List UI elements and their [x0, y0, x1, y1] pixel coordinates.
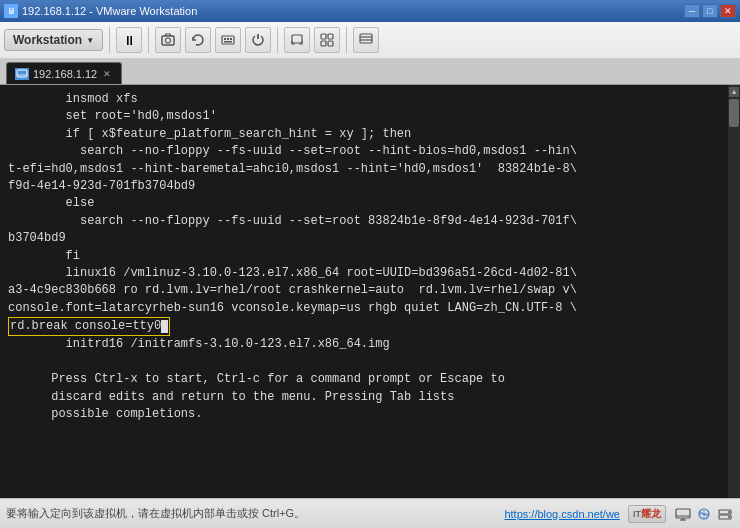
toolbar-separator-1	[109, 27, 110, 53]
status-bar: 要将输入定向到该虚拟机，请在虚拟机内部单击或按 Ctrl+G。 https://…	[0, 498, 740, 528]
power-button[interactable]	[245, 27, 271, 53]
terminal-content: insmod xfs set root='hd0,msdos1' if [ x$…	[8, 91, 732, 522]
terminal-window[interactable]: insmod xfs set root='hd0,msdos1' if [ x$…	[0, 85, 740, 528]
terminal-line-13: console.font=latarcyrheb-sun16 vconsole.…	[8, 300, 720, 317]
svg-rect-15	[17, 70, 27, 77]
terminal-line-17: possible completions.	[8, 406, 720, 423]
toolbar-separator-2	[148, 27, 149, 53]
storage-icon	[716, 505, 734, 523]
svg-rect-7	[292, 35, 302, 43]
restore-button[interactable]: □	[702, 4, 718, 18]
terminal-line-blank	[8, 354, 720, 371]
terminal-line-4: search --no-floppy --fs-uuid --set=root …	[8, 143, 720, 160]
terminal-line-6: f9d-4e14-923d-701fb3704bd9	[8, 178, 720, 195]
title-bar-left: 🖥 192.168.1.12 - VMware Workstation	[4, 4, 197, 18]
scrollbar-thumb[interactable]	[729, 99, 739, 127]
terminal-cursor-line: rd.break console=tty0	[8, 317, 720, 336]
tab-close-button[interactable]: ✕	[101, 68, 113, 80]
send-keys-button[interactable]	[215, 27, 241, 53]
scroll-up-button[interactable]: ▲	[729, 87, 739, 97]
tab-bar: 192.168.1.12 ✕	[0, 59, 740, 85]
close-button[interactable]: ✕	[720, 4, 736, 18]
window-controls: ─ □ ✕	[684, 4, 736, 18]
title-bar: 🖥 192.168.1.12 - VMware Workstation ─ □ …	[0, 0, 740, 22]
workstation-label: Workstation	[13, 33, 82, 47]
svg-point-1	[166, 38, 171, 43]
terminal-line-7: else	[8, 195, 720, 212]
status-text: 要将输入定向到该虚拟机，请在虚拟机内部单击或按 Ctrl+G。	[6, 506, 504, 521]
terminal-line-1: insmod xfs	[8, 91, 720, 108]
toolbar-separator-4	[346, 27, 347, 53]
status-right: https://blog.csdn.net/we IT耀龙	[504, 505, 734, 523]
revert-button[interactable]	[185, 27, 211, 53]
terminal-line-2: set root='hd0,msdos1'	[8, 108, 720, 125]
terminal-line-14: initrd16 /initramfs-3.10.0-123.el7.x86_6…	[8, 336, 720, 353]
window-title: 192.168.1.12 - VMware Workstation	[22, 5, 197, 17]
tab-label: 192.168.1.12	[33, 68, 97, 80]
tab-192-168-1-12[interactable]: 192.168.1.12 ✕	[6, 62, 122, 84]
svg-rect-9	[328, 34, 333, 39]
minimize-button[interactable]: ─	[684, 4, 700, 18]
pause-button[interactable]: ⏸	[116, 27, 142, 53]
svg-rect-10	[321, 41, 326, 46]
svg-rect-6	[224, 41, 232, 43]
toolbar-separator-3	[277, 27, 278, 53]
vm-status-icon	[695, 505, 713, 523]
svg-rect-4	[227, 38, 229, 40]
unity-button[interactable]	[314, 27, 340, 53]
terminal-line-9: b3704bd9	[8, 230, 720, 247]
terminal-line-11: linux16 /vmlinuz-3.10.0-123.el7.x86_64 r…	[8, 265, 720, 282]
terminal-line-16: discard edits and return to the menu. Pr…	[8, 389, 720, 406]
terminal-line-12: a3-4c9ec830b668 ro rd.lvm.lv=rhel/root c…	[8, 282, 720, 299]
snapshot-button[interactable]	[155, 27, 181, 53]
scrollbar[interactable]: ▲ ▼	[728, 85, 740, 528]
status-icons	[674, 505, 734, 523]
status-badge: IT耀龙	[628, 505, 666, 523]
terminal-line-8: search --no-floppy --fs-uuid --set=root …	[8, 213, 720, 230]
svg-rect-3	[224, 38, 226, 40]
menu-bar: Workstation ▼ ⏸	[0, 22, 740, 59]
workstation-menu[interactable]: Workstation ▼	[4, 29, 103, 51]
network-icon	[674, 505, 692, 523]
terminal-line-10: fi	[8, 248, 720, 265]
main-area: insmod xfs set root='hd0,msdos1' if [ x$…	[0, 85, 740, 528]
svg-rect-11	[328, 41, 333, 46]
terminal-line-3: if [ x$feature_platform_search_hint = xy…	[8, 126, 720, 143]
svg-rect-17	[676, 509, 690, 518]
vm-icon	[15, 68, 29, 80]
svg-rect-5	[230, 38, 232, 40]
svg-rect-12	[360, 34, 372, 43]
svg-point-27	[728, 516, 730, 518]
svg-rect-0	[162, 36, 174, 45]
fullscreen-button[interactable]	[284, 27, 310, 53]
svg-rect-8	[321, 34, 326, 39]
chevron-down-icon: ▼	[86, 36, 94, 45]
terminal-line-15: Press Ctrl-x to start, Ctrl-c for a comm…	[8, 371, 720, 388]
terminal-line-5: t-efi=hd0,msdos1 --hint-baremetal=ahci0,…	[8, 161, 720, 178]
app-icon: 🖥	[4, 4, 18, 18]
svg-point-26	[728, 511, 730, 513]
settings-button[interactable]	[353, 27, 379, 53]
status-link[interactable]: https://blog.csdn.net/we	[504, 508, 620, 520]
